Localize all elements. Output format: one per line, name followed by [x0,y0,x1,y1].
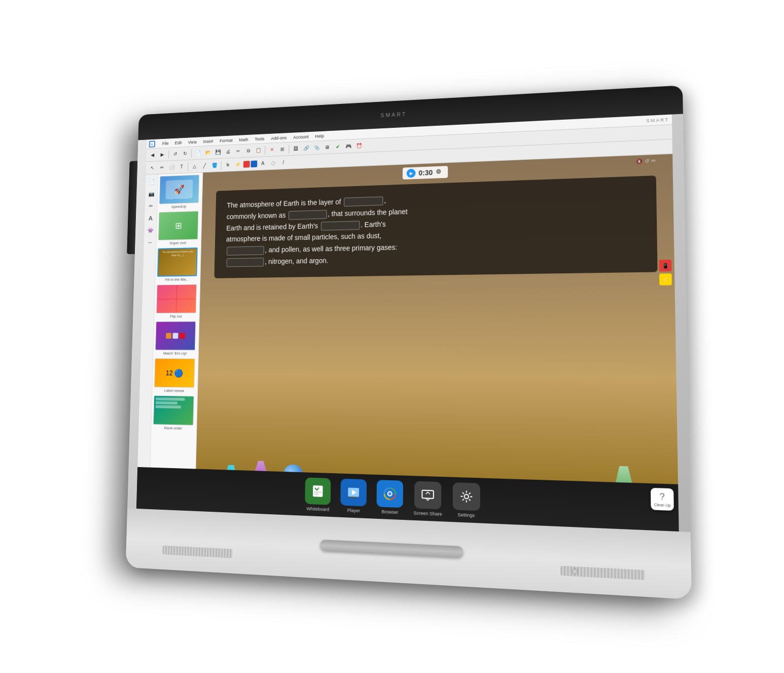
menu-tools[interactable]: Tools [253,135,266,141]
tb2-color1[interactable] [243,160,250,167]
blank-2[interactable] [289,210,327,220]
mute-icon[interactable]: 🔇 [636,158,643,164]
tb-undo[interactable]: ↺ [171,149,180,158]
menu-format[interactable]: Format [218,137,234,144]
tb-check[interactable]: ✔ [333,141,343,152]
question-text-6: atmosphere is made of small particles, s… [226,232,382,243]
lt-camera[interactable]: 📷 [147,188,157,199]
tb2-line[interactable]: ╱ [200,161,209,170]
tb2-color2[interactable] [251,160,257,167]
tb-copy[interactable]: ⧉ [243,146,253,155]
slide-thumb-5[interactable]: Match 'Em Up! [155,321,196,356]
taskbar-player[interactable]: Player [341,478,367,513]
taskbar-whiteboard-label: Whiteboard [306,506,329,512]
slide-img-2[interactable]: ⊞ [158,210,198,240]
tb2-brush-slash[interactable]: / [278,157,288,167]
svg-rect-14 [422,490,434,498]
blank-3[interactable] [321,221,360,230]
blank-1[interactable] [344,196,383,206]
slide-img-1[interactable]: 🚀 [159,174,199,204]
taskbar-settings[interactable]: Settings [452,482,480,518]
taskbar-browser[interactable]: Browser [377,479,404,515]
tb-open[interactable]: 📂 [203,147,212,157]
lt-new-page[interactable]: 📄 [147,176,157,187]
slide-thumb-1[interactable]: 🚀 SpeedUp [159,174,199,209]
tb-attach[interactable]: 📎 [312,143,322,153]
tb-paste[interactable]: 📋 [254,145,263,155]
question-overlay: The atmosphere of Earth is the layer of … [214,175,657,278]
menu-view[interactable]: View [187,138,198,145]
slide-img-3[interactable]: The atmosphere of Earth is the layer of … [157,247,198,277]
slide-thumb-6[interactable]: 12 🔵 Label reveal [154,358,195,393]
pen-tray [320,539,463,558]
slide-thumb-3[interactable]: The atmosphere of Earth is the layer of … [157,247,198,282]
smart-app: N File Edit View Insert Format Math Tool… [136,114,679,531]
tb-delete[interactable]: ✕ [267,145,277,155]
taskbar-screenshare[interactable]: Screen Share [413,481,442,516]
tb2-pen[interactable]: ✏ [157,162,166,172]
menu-account[interactable]: Account [292,133,310,140]
tb2-eraser[interactable]: ⬜ [167,162,176,171]
cleanup-label: Clean Up [654,502,670,507]
menu-edit[interactable]: Edit [173,139,183,146]
tb-link[interactable]: 🔗 [301,143,311,153]
tb-back[interactable]: ◀ [148,150,157,159]
tb-new[interactable]: 📄 [193,148,202,157]
slide-img-7[interactable] [153,395,194,425]
tb-save[interactable]: 💾 [213,147,223,157]
svg-rect-2 [313,485,323,497]
timer-play-btn[interactable]: ▶ [407,168,416,178]
tb-screen[interactable]: 🖥 [323,142,332,152]
slide-img-4[interactable] [156,284,197,313]
slide-thumb-2[interactable]: ⊞ Super sort [158,210,199,245]
settings-icon [452,482,480,510]
menu-insert[interactable]: Insert [202,138,215,144]
slide-thumb-4[interactable]: Flip out [156,284,197,318]
blank-4[interactable] [227,246,264,256]
taskbar-whiteboard[interactable]: Whiteboard [305,477,331,511]
tb-print[interactable]: 🖨 [223,147,232,156]
lt-shapes[interactable]: 👾 [145,225,155,235]
rt-star-btn[interactable]: ⭐ [659,273,672,285]
sep2 [191,149,192,157]
tb2-text[interactable]: T [177,162,186,171]
slide-img-6[interactable]: 12 🔵 [154,358,195,387]
menu-addons[interactable]: Add-ons [269,134,288,141]
timer-settings-btn[interactable]: ⚙ [436,168,444,176]
rt-red-btn[interactable]: 📱 [659,259,672,271]
sep1 [168,150,169,158]
lt-arrows[interactable]: ↔ [145,237,155,247]
tb2-highlighter[interactable]: ◌ [268,158,278,168]
taskbar-browser-label: Browser [381,509,398,515]
cleanup-button[interactable]: ? Clean Up [651,487,674,510]
menu-math[interactable]: Math [237,136,250,142]
tb-cut[interactable]: ✂ [233,146,243,156]
question-text-7: and pollen, as well as three primary gas… [269,243,398,254]
tb2-select[interactable]: ↖ [148,163,157,172]
edit-icon[interactable]: ✏ [651,158,656,164]
slide-label-4: Flip out [156,314,196,318]
lt-pen[interactable]: ✏ [146,200,156,211]
right-tools: 📱 ⭐ [659,259,672,285]
whiteboard-icon [305,477,331,504]
tb2-brush-a[interactable]: A [258,158,268,168]
cleanup-icon: ? [660,491,665,502]
tb2-spotlight[interactable]: ⚡ [233,159,243,169]
tb-img[interactable]: 🖼 [291,144,301,154]
tb-game[interactable]: 🎮 [343,141,353,151]
tb-table[interactable]: ⊞ [277,144,287,154]
slide-thumb-7[interactable]: Rank order [153,395,194,431]
tb2-fill[interactable]: 🪣 [210,160,219,170]
refresh-icon[interactable]: ↺ [645,158,649,164]
lt-text[interactable]: A [146,212,156,223]
tb-clock[interactable]: ⏰ [354,140,364,151]
tb-redo[interactable]: ↻ [181,149,190,158]
tb2-cursor[interactable]: 🖱 [223,160,232,169]
menu-help[interactable]: Help [314,132,326,138]
blank-5[interactable] [227,258,264,267]
tb2-shapes[interactable]: △ [190,161,199,171]
tb-forward[interactable]: ▶ [158,150,167,159]
menu-file[interactable]: File [161,140,170,146]
slide-img-5[interactable] [155,321,196,350]
slides-panel[interactable]: 🚀 SpeedUp ⊞ [149,172,203,511]
